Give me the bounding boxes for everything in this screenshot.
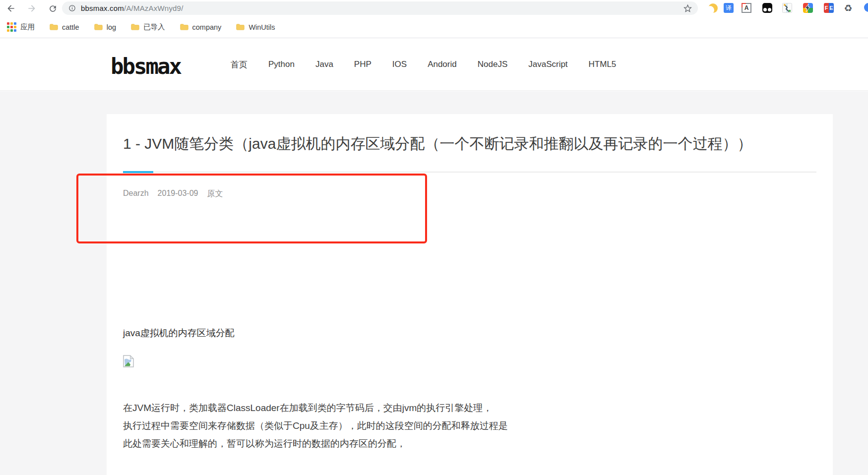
forward-button[interactable] <box>25 1 39 15</box>
folder-icon <box>50 23 58 31</box>
reader-extension-button[interactable]: A <box>741 2 752 13</box>
bookmark-star-button[interactable] <box>683 3 692 13</box>
recycle-extension-button[interactable]: ♻ <box>843 2 854 13</box>
apps-grid-icon <box>7 22 16 32</box>
apps-label: 应用 <box>20 22 35 32</box>
broken-image-icon <box>123 355 134 369</box>
speed-extension-button[interactable] <box>803 2 813 13</box>
bookmark-folder-cattle[interactable]: cattle <box>50 23 79 31</box>
main-nav: 首页 Python Java PHP IOS Andorid NodeJS Ja… <box>231 39 616 90</box>
article-card: 1 - JVM随笔分类（java虚拟机的内存区域分配（一个不断记录和推翻以及再记… <box>107 114 833 475</box>
nav-item-home[interactable]: 首页 <box>231 59 248 70</box>
site-info-icon[interactable] <box>68 4 76 12</box>
paragraph-line: 执行过程中需要空间来存储数据（类似于Cpu及主存），此时的这段空间的分配和释放过… <box>123 417 508 435</box>
bookmark-folder-winutils[interactable]: WinUtils <box>236 23 275 31</box>
translate-extension-button[interactable]: 译 <box>723 2 734 13</box>
refresh-button[interactable] <box>46 1 60 15</box>
forward-icon <box>27 3 37 13</box>
lightning-icon <box>803 3 813 13</box>
panda-extension-button[interactable] <box>762 2 773 13</box>
bookmark-folder-company[interactable]: company <box>180 23 222 31</box>
url-path: /A/MAzAxWnyd9/ <box>124 4 184 12</box>
nav-item-java[interactable]: Java <box>315 59 333 69</box>
nav-item-html5[interactable]: HTML5 <box>589 59 617 69</box>
back-button[interactable] <box>4 1 18 15</box>
paragraph-line: 在JVM运行时，类加载器ClassLoader在加载到类的字节码后，交由jvm的… <box>123 399 508 417</box>
map-extension-button[interactable] <box>782 2 793 13</box>
fehelper-extension-button[interactable]: FE <box>823 2 834 13</box>
publish-date: 2019-03-09 <box>158 189 198 199</box>
back-icon <box>6 3 16 13</box>
browser-toolbar: bbsmax.com/A/MAzAxWnyd9/ 译 A FE ♻ <box>0 0 868 16</box>
paragraph-line: 此处需要关心和理解的，暂可以称为运行时的数据的内存区的分配， <box>123 435 508 453</box>
site-header: bbsmax 首页 Python Java PHP IOS Andorid No… <box>0 39 868 91</box>
url-text: bbsmax.com/A/MAzAxWnyd9/ <box>81 4 184 12</box>
url-domain: bbsmax.com <box>81 4 124 12</box>
bookmark-folder-imported[interactable]: 已导入 <box>131 22 165 32</box>
nav-item-php[interactable]: PHP <box>354 59 372 69</box>
page-background: 1 - JVM随笔分类（java虚拟机的内存区域分配（一个不断记录和推翻以及再记… <box>0 91 868 475</box>
folder-label: WinUtils <box>248 23 275 31</box>
folder-label: cattle <box>62 23 79 31</box>
site-logo[interactable]: bbsmax <box>111 54 181 79</box>
url-bar[interactable]: bbsmax.com/A/MAzAxWnyd9/ <box>62 1 698 15</box>
dark-mode-extension-button[interactable] <box>707 2 718 13</box>
reader-a-icon: A <box>742 3 751 13</box>
nav-item-javascript[interactable]: JavaScript <box>528 59 567 69</box>
partial-extension-icon[interactable] <box>864 3 868 12</box>
nav-item-nodejs[interactable]: NodeJS <box>478 59 507 69</box>
recycle-icon: ♻ <box>844 3 852 13</box>
folder-icon <box>236 23 245 31</box>
article-meta: Dearzh 2019-03-09 原文 <box>123 189 223 199</box>
panda-eyes-icon <box>762 3 772 13</box>
section-heading: java虚拟机的内存区域分配 <box>123 327 235 340</box>
bookmark-folder-log[interactable]: log <box>94 23 116 31</box>
source-link[interactable]: 原文 <box>207 189 223 199</box>
folder-label: company <box>192 23 222 31</box>
star-icon <box>683 3 692 13</box>
fe-icon: FE <box>824 3 834 13</box>
bookmarks-bar: 应用 cattle log 已导入 company WinUtils <box>0 16 868 38</box>
title-divider-accent <box>123 171 153 173</box>
refresh-icon <box>48 4 58 13</box>
article-title: 1 - JVM随笔分类（java虚拟机的内存区域分配（一个不断记录和推翻以及再记… <box>123 134 817 154</box>
folder-icon <box>94 23 103 31</box>
translate-icon: 译 <box>724 3 734 13</box>
folder-icon <box>180 23 188 31</box>
moon-icon <box>708 3 718 13</box>
folder-label: 已导入 <box>143 22 165 32</box>
author-name[interactable]: Dearzh <box>123 189 149 199</box>
nav-item-python[interactable]: Python <box>268 59 295 69</box>
article-paragraph: 在JVM运行时，类加载器ClassLoader在加载到类的字节码后，交由jvm的… <box>123 399 508 453</box>
title-divider <box>123 172 816 173</box>
route-map-icon <box>782 3 792 13</box>
folder-icon <box>131 23 139 31</box>
apps-shortcut[interactable]: 应用 <box>7 22 35 32</box>
nav-item-ios[interactable]: IOS <box>392 59 407 69</box>
nav-item-android[interactable]: Andorid <box>428 59 457 69</box>
folder-label: log <box>107 23 116 31</box>
